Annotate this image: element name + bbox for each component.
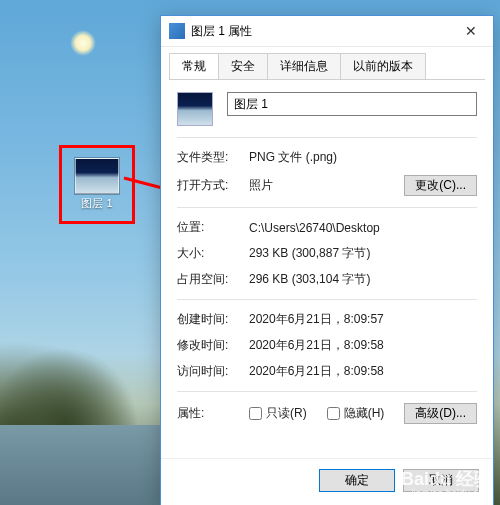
separator — [177, 137, 477, 138]
close-icon: ✕ — [465, 24, 477, 38]
accessed-value: 2020年6月21日，8:09:58 — [249, 363, 477, 380]
open-with-label: 打开方式: — [177, 177, 249, 194]
tab-details[interactable]: 详细信息 — [267, 53, 341, 79]
file-thumbnail-icon — [177, 92, 213, 126]
attributes-label: 属性: — [177, 405, 249, 422]
tab-previous-versions[interactable]: 以前的版本 — [340, 53, 426, 79]
advanced-button[interactable]: 高级(D)... — [404, 403, 477, 424]
desktop-wallpaper: 图层 1 图层 1 属性 ✕ 常规 安全 详细信息 以前的版本 文件类型: — [0, 0, 500, 505]
modified-label: 修改时间: — [177, 337, 249, 354]
hidden-checkbox[interactable]: 隐藏(H) — [327, 405, 385, 422]
readonly-checkbox[interactable]: 只读(R) — [249, 405, 307, 422]
window-icon — [169, 23, 185, 39]
properties-dialog: 图层 1 属性 ✕ 常规 安全 详细信息 以前的版本 文件类型: PNG 文件 … — [160, 15, 494, 505]
accessed-label: 访问时间: — [177, 363, 249, 380]
cancel-button[interactable]: 取消 — [403, 469, 479, 492]
readonly-input[interactable] — [249, 407, 262, 420]
titlebar[interactable]: 图层 1 属性 ✕ — [161, 16, 493, 47]
size-on-disk-value: 296 KB (303,104 字节) — [249, 271, 477, 288]
size-on-disk-label: 占用空间: — [177, 271, 249, 288]
type-value: PNG 文件 (.png) — [249, 149, 477, 166]
created-label: 创建时间: — [177, 311, 249, 328]
tab-general[interactable]: 常规 — [169, 53, 219, 79]
tab-security[interactable]: 安全 — [218, 53, 268, 79]
ok-button[interactable]: 确定 — [319, 469, 395, 492]
location-label: 位置: — [177, 219, 249, 236]
readonly-label: 只读(R) — [266, 405, 307, 422]
modified-value: 2020年6月21日，8:09:58 — [249, 337, 477, 354]
file-label[interactable]: 图层 1 — [81, 196, 112, 211]
close-button[interactable]: ✕ — [449, 16, 493, 46]
window-title: 图层 1 属性 — [191, 23, 449, 40]
separator — [177, 299, 477, 300]
filename-input[interactable] — [227, 92, 477, 116]
separator — [177, 391, 477, 392]
size-value: 293 KB (300,887 字节) — [249, 245, 477, 262]
dialog-footer: 确定 取消 — [161, 458, 493, 505]
water-decoration — [0, 425, 160, 505]
hidden-input[interactable] — [327, 407, 340, 420]
change-button[interactable]: 更改(C)... — [404, 175, 477, 196]
hidden-label: 隐藏(H) — [344, 405, 385, 422]
separator — [177, 207, 477, 208]
open-with-value: 照片 — [249, 177, 404, 194]
location-value: C:\Users\26740\Desktop — [249, 221, 477, 235]
size-label: 大小: — [177, 245, 249, 262]
sun-decoration — [70, 30, 96, 56]
dialog-body: 文件类型: PNG 文件 (.png) 打开方式: 照片 更改(C)... 位置… — [161, 80, 493, 458]
created-value: 2020年6月21日，8:09:57 — [249, 311, 477, 328]
type-label: 文件类型: — [177, 149, 249, 166]
tab-strip: 常规 安全 详细信息 以前的版本 — [161, 47, 493, 79]
file-icon[interactable] — [75, 158, 119, 194]
desktop-file-highlight: 图层 1 — [59, 145, 135, 224]
